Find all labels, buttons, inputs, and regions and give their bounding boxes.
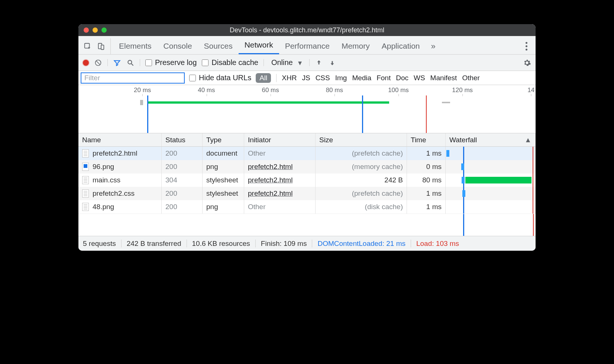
- request-name: prefetch2.html: [93, 149, 137, 157]
- tab-memory[interactable]: Memory: [336, 39, 376, 54]
- timeline-overview[interactable]: 20 ms40 ms60 ms80 ms100 ms120 ms14: [78, 85, 536, 133]
- footer-dcl: DOMContentLoaded: 21 ms: [317, 240, 405, 248]
- waterfall-load-line: [533, 214, 534, 236]
- type-filter-xhr[interactable]: XHR: [282, 74, 297, 82]
- col-size[interactable]: Size: [316, 133, 407, 146]
- type-filter-manifest[interactable]: Manifest: [430, 74, 457, 82]
- overview-dcl-line: [147, 95, 148, 133]
- overview-tick: 80 ms: [326, 87, 343, 94]
- type-filter-doc[interactable]: Doc: [396, 74, 408, 82]
- svg-rect-2: [101, 45, 104, 49]
- request-status: 200: [162, 200, 203, 214]
- upload-har-icon[interactable]: [315, 59, 323, 67]
- document-file-icon: [82, 189, 89, 198]
- type-filter-css[interactable]: CSS: [316, 74, 330, 82]
- more-tabs-button[interactable]: »: [428, 42, 438, 51]
- overview-gray-segment: [442, 102, 450, 103]
- tab-performance[interactable]: Performance: [279, 39, 336, 54]
- tab-application[interactable]: Application: [376, 39, 426, 54]
- hide-data-urls-checkbox[interactable]: Hide data URLs: [189, 74, 251, 82]
- table-row[interactable]: prefetch2.html200documentOther(prefetch …: [78, 147, 536, 160]
- col-waterfall[interactable]: Waterfall ▲: [446, 133, 536, 146]
- footer-transferred: 242 B transferred: [127, 240, 181, 248]
- network-table: Name Status Type Initiator Size Time Wat…: [78, 133, 536, 236]
- tab-elements[interactable]: Elements: [113, 39, 158, 54]
- footer-finish: Finish: 109 ms: [261, 240, 307, 248]
- type-filter-img[interactable]: Img: [335, 74, 347, 82]
- type-filter-media[interactable]: Media: [352, 74, 371, 82]
- request-initiator: Other: [248, 203, 266, 211]
- preserve-log-checkbox[interactable]: Preserve log: [145, 58, 197, 67]
- inspect-element-icon[interactable]: [84, 42, 92, 51]
- request-status: 200: [162, 187, 203, 200]
- type-filter-ws[interactable]: WS: [414, 74, 425, 82]
- request-status: 200: [162, 147, 203, 160]
- request-initiator[interactable]: prefetch2.html: [248, 176, 293, 184]
- traffic-lights: [84, 27, 107, 33]
- request-time: 0 ms: [407, 160, 446, 173]
- filter-row: Hide data URLs AllXHRJSCSSImgMediaFontDo…: [78, 71, 536, 85]
- settings-icon[interactable]: [523, 59, 531, 67]
- request-time: 80 ms: [407, 173, 446, 187]
- zoom-window-button[interactable]: [101, 27, 107, 33]
- request-initiator[interactable]: prefetch2.html: [248, 189, 293, 198]
- tab-console[interactable]: Console: [158, 39, 198, 54]
- request-size: 242 B: [316, 173, 407, 187]
- tab-network[interactable]: Network: [239, 38, 279, 54]
- type-filter-js[interactable]: JS: [302, 74, 310, 82]
- filter-toggle-icon[interactable]: [113, 59, 121, 67]
- request-size: (memory cache): [316, 160, 407, 173]
- disable-cache-label: Disable cache: [211, 58, 258, 67]
- col-status[interactable]: Status: [162, 133, 203, 146]
- disable-cache-checkbox[interactable]: Disable cache: [202, 58, 258, 67]
- titlebar[interactable]: DevTools - devtools.glitch.me/wndt77/pre…: [78, 24, 536, 36]
- table-header: Name Status Type Initiator Size Time Wat…: [78, 133, 536, 147]
- request-time: 1 ms: [407, 147, 446, 160]
- overview-tick: 100 ms: [388, 87, 409, 94]
- col-time[interactable]: Time: [407, 133, 446, 146]
- request-status: 200: [162, 160, 203, 173]
- col-name[interactable]: Name: [78, 133, 162, 146]
- overview-tick: 20 ms: [134, 87, 151, 94]
- type-filter-font[interactable]: Font: [377, 74, 391, 82]
- type-filter-other[interactable]: Other: [462, 74, 480, 82]
- request-type: stylesheet: [203, 187, 244, 200]
- document-file-icon: [82, 176, 89, 184]
- throttling-value: Online: [271, 58, 293, 67]
- hide-data-urls-label: Hide data URLs: [199, 74, 251, 82]
- col-type[interactable]: Type: [203, 133, 244, 146]
- request-type: png: [203, 160, 244, 173]
- minimize-window-button[interactable]: [93, 27, 98, 33]
- request-type: document: [203, 147, 244, 160]
- type-filter-all[interactable]: All: [256, 73, 271, 83]
- devtools-window: DevTools - devtools.glitch.me/wndt77/pre…: [78, 24, 536, 251]
- table-row[interactable]: 48.png200pngOther(disk cache)1 ms: [78, 200, 536, 214]
- devtools-menu-button[interactable]: [521, 42, 532, 51]
- table-row[interactable]: prefetch2.css200stylesheetprefetch2.html…: [78, 187, 536, 200]
- col-initiator[interactable]: Initiator: [244, 133, 316, 146]
- request-initiator: Other: [248, 149, 266, 157]
- tab-sources[interactable]: Sources: [198, 39, 239, 54]
- table-row[interactable]: 96.png200pngprefetch2.html(memory cache)…: [78, 160, 536, 173]
- search-icon[interactable]: [126, 59, 135, 67]
- sort-asc-icon: ▲: [524, 136, 531, 144]
- main-tabs-row: ElementsConsoleSourcesNetworkPerformance…: [78, 36, 536, 55]
- overview-handle[interactable]: [140, 100, 143, 105]
- close-window-button[interactable]: [84, 27, 89, 33]
- device-toolbar-icon[interactable]: [97, 42, 105, 51]
- request-time: 1 ms: [407, 200, 446, 214]
- throttling-select[interactable]: Online ▾: [269, 58, 304, 67]
- image-file-icon: [82, 203, 89, 211]
- overview-load-line: [426, 95, 427, 133]
- record-button[interactable]: [83, 60, 89, 66]
- download-har-icon[interactable]: [328, 59, 336, 67]
- overview-tick: 60 ms: [262, 87, 279, 94]
- chevron-down-icon: ▾: [298, 58, 302, 67]
- request-name: main.css: [93, 176, 120, 184]
- clear-button[interactable]: [94, 59, 102, 67]
- filter-input[interactable]: [81, 72, 185, 84]
- table-row[interactable]: main.css304stylesheetprefetch2.html242 B…: [78, 173, 536, 187]
- window-title: DevTools - devtools.glitch.me/wndt77/pre…: [78, 26, 536, 34]
- request-name: 96.png: [93, 163, 114, 171]
- request-initiator[interactable]: prefetch2.html: [248, 163, 293, 171]
